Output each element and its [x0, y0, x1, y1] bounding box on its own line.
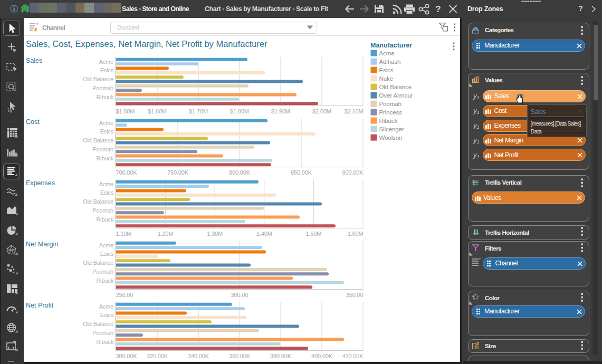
svg-text:320.00K: 320.00K — [147, 353, 168, 359]
svg-text:Old Balance: Old Balance — [83, 137, 113, 143]
svg-text:?: ? — [435, 4, 441, 14]
svg-text:Ribuck: Ribuck — [97, 277, 114, 284]
svg-text:Sales: Sales — [26, 57, 42, 64]
svg-text:1.50M: 1.50M — [305, 231, 321, 237]
svg-text:Net Profit: Net Profit — [26, 302, 54, 309]
svg-text:$1.80M: $1.80M — [230, 108, 249, 114]
svg-text:Poomah: Poomah — [92, 330, 113, 336]
svg-text:Ribuck: Ribuck — [97, 94, 114, 100]
svg-text:350.00: 350.00 — [346, 292, 364, 298]
svg-text:Adihash: Adihash — [379, 59, 401, 65]
svg-text:340.00K: 340.00K — [188, 353, 209, 359]
svg-text:400.00K: 400.00K — [311, 353, 333, 359]
svg-text:1.30M: 1.30M — [207, 231, 223, 237]
svg-text:Woolson: Woolson — [379, 135, 403, 141]
svg-text:300.00: 300.00 — [231, 292, 249, 298]
svg-text:Princess: Princess — [379, 109, 403, 116]
svg-text:Slicenger: Slicenger — [379, 126, 404, 132]
svg-text:420.00K: 420.00K — [342, 353, 364, 359]
svg-text:Old Balance: Old Balance — [83, 198, 113, 205]
svg-text:$1.90M: $1.90M — [271, 108, 290, 114]
svg-text:1.40M: 1.40M — [256, 231, 272, 237]
svg-text:800.00K: 800.00K — [229, 169, 251, 176]
svg-text:Esics: Esics — [100, 189, 114, 196]
svg-text:Poomah: Poomah — [92, 269, 113, 275]
svg-text:Esics: Esics — [100, 67, 114, 73]
svg-text:Esics: Esics — [100, 312, 114, 318]
svg-text:Ribuck: Ribuck — [379, 118, 398, 124]
svg-text:Old Balance: Old Balance — [83, 260, 113, 266]
svg-text:Ribuck: Ribuck — [97, 155, 114, 161]
svg-text:Manufacturer: Manufacturer — [370, 42, 412, 49]
svg-text:Esics: Esics — [379, 67, 394, 73]
svg-text:Esics: Esics — [100, 251, 114, 257]
svg-text:Net Margin: Net Margin — [26, 241, 58, 248]
svg-text:Sales, Cost, Expenses, Net Mar: Sales, Cost, Expenses, Net Margin, Net P… — [26, 39, 267, 49]
svg-text:900.00K: 900.00K — [342, 169, 364, 176]
svg-text:Acme: Acme — [99, 303, 113, 310]
svg-text:Cost: Cost — [26, 118, 40, 126]
svg-text:Acme: Acme — [379, 50, 395, 56]
svg-text:$2.10M: $2.10M — [345, 108, 364, 114]
svg-text:Acme: Acme — [99, 120, 113, 126]
svg-text:Poomah: Poomah — [92, 146, 113, 152]
svg-text:850.00K: 850.00K — [291, 169, 312, 176]
svg-text:380.00K: 380.00K — [270, 353, 292, 359]
svg-text:$2.00M: $2.00M — [312, 108, 331, 114]
svg-text:Poomah: Poomah — [92, 85, 113, 91]
svg-text:$1.50M: $1.50M — [116, 108, 135, 114]
svg-text:1.10M: 1.10M — [116, 231, 132, 237]
svg-text:Ribuck: Ribuck — [97, 216, 114, 223]
svg-text:Old Balance: Old Balance — [83, 76, 113, 82]
svg-text:Old Balance: Old Balance — [379, 84, 412, 90]
svg-text:1.20M: 1.20M — [158, 231, 174, 237]
svg-text:Esics: Esics — [100, 128, 114, 135]
svg-text:360.00K: 360.00K — [229, 353, 251, 359]
svg-text:Poomah: Poomah — [92, 207, 113, 214]
svg-text:Acme: Acme — [99, 242, 113, 248]
svg-text:Expenses: Expenses — [26, 179, 55, 187]
svg-text:300.00K: 300.00K — [116, 353, 138, 359]
svg-text:700.00K: 700.00K — [116, 169, 138, 176]
svg-text:Acme: Acme — [99, 181, 113, 187]
svg-text:Old Balance: Old Balance — [83, 321, 113, 327]
svg-text:Poomah: Poomah — [379, 101, 402, 107]
svg-text:$1.60M: $1.60M — [148, 108, 167, 114]
svg-text:250.00: 250.00 — [116, 292, 133, 298]
svg-text:$1.70M: $1.70M — [189, 108, 208, 114]
svg-text:Ribuck: Ribuck — [97, 339, 114, 345]
svg-text:750.00K: 750.00K — [167, 169, 189, 176]
svg-text:Over Armour: Over Armour — [379, 92, 413, 99]
svg-text:1.60M: 1.60M — [348, 231, 364, 237]
svg-text:Acme: Acme — [99, 59, 113, 65]
svg-text:Nuke: Nuke — [379, 75, 393, 82]
